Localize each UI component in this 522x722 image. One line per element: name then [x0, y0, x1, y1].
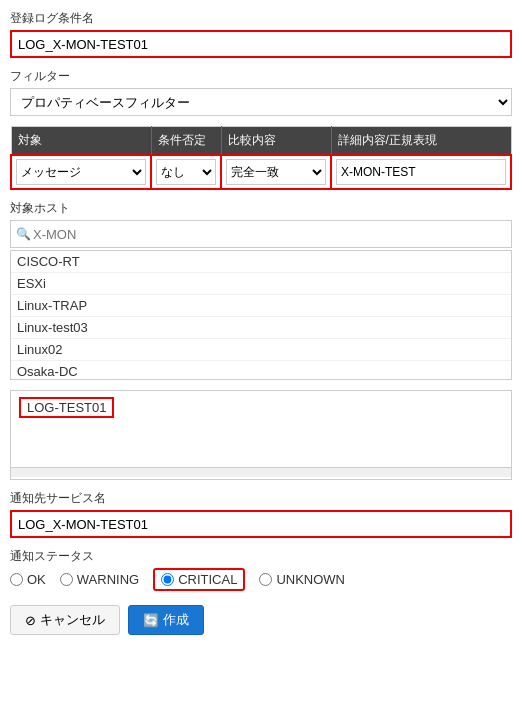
filter-negate-cell: なし あり	[151, 155, 221, 189]
notify-service-input[interactable]	[10, 510, 512, 538]
status-row: OK WARNING CRITICAL UNKNOWN	[10, 568, 512, 591]
list-item[interactable]: Linux02	[11, 339, 511, 361]
status-unknown-label[interactable]: UNKNOWN	[259, 572, 345, 587]
log-name-label: 登録ログ条件名	[10, 10, 512, 27]
status-warning-text: WARNING	[77, 572, 139, 587]
log-name-input[interactable]	[10, 30, 512, 58]
host-search-input[interactable]	[10, 220, 512, 248]
col-compare: 比較内容	[221, 127, 331, 156]
cancel-button[interactable]: ⊘ キャンセル	[10, 605, 120, 635]
list-item[interactable]: Linux-test03	[11, 317, 511, 339]
selected-hosts-area[interactable]: LOG-TEST01	[10, 390, 512, 480]
create-label: 作成	[163, 611, 189, 629]
filter-target-cell: メッセージ ホスト名 ファシリティ 重要度	[11, 155, 151, 189]
status-ok-label[interactable]: OK	[10, 572, 46, 587]
notify-status-label: 通知ステータス	[10, 548, 512, 565]
filter-select[interactable]: プロパティベースフィルター正規表現フィルター	[10, 88, 512, 116]
filter-detail-cell	[331, 155, 511, 189]
log-name-group: 登録ログ条件名	[10, 10, 512, 58]
filter-table: 対象 条件否定 比較内容 詳細内容/正規表現 メッセージ ホスト名 ファシリティ…	[10, 126, 512, 190]
status-ok-radio[interactable]	[10, 573, 23, 586]
create-button[interactable]: 🔄 作成	[128, 605, 204, 635]
create-icon: 🔄	[143, 613, 159, 628]
host-label: 対象ホスト	[10, 200, 512, 217]
list-item[interactable]: CISCO-RT	[11, 251, 511, 273]
selected-hosts-group: LOG-TEST01	[10, 390, 512, 480]
filter-compare-cell: 完全一致 部分一致 前方一致 後方一致	[221, 155, 331, 189]
button-row: ⊘ キャンセル 🔄 作成	[10, 605, 512, 635]
status-warning-radio[interactable]	[60, 573, 73, 586]
list-item[interactable]: Linux-TRAP	[11, 295, 511, 317]
status-critical-text: CRITICAL	[178, 572, 237, 587]
host-group: 対象ホスト 🔍 CISCO-RT ESXi Linux-TRAP Linux-t…	[10, 200, 512, 380]
cancel-icon: ⊘	[25, 613, 36, 628]
notify-status-group: 通知ステータス OK WARNING CRITICAL UNKNOWN	[10, 548, 512, 591]
host-list[interactable]: CISCO-RT ESXi Linux-TRAP Linux-test03 Li…	[10, 250, 512, 380]
status-unknown-radio[interactable]	[259, 573, 272, 586]
horizontal-scrollbar[interactable]	[11, 467, 511, 477]
filter-table-group: 対象 条件否定 比較内容 詳細内容/正規表現 メッセージ ホスト名 ファシリティ…	[10, 126, 512, 190]
status-critical-label[interactable]: CRITICAL	[153, 568, 245, 591]
filter-label: フィルター	[10, 68, 512, 85]
status-warning-label[interactable]: WARNING	[60, 572, 139, 587]
host-search-wrapper: 🔍	[10, 220, 512, 248]
status-ok-text: OK	[27, 572, 46, 587]
list-item[interactable]: Osaka-DC	[11, 361, 511, 380]
col-detail: 詳細内容/正規表現	[331, 127, 511, 156]
notify-service-label: 通知先サービス名	[10, 490, 512, 507]
notify-service-group: 通知先サービス名	[10, 490, 512, 538]
filter-group: フィルター プロパティベースフィルター正規表現フィルター	[10, 68, 512, 116]
filter-detail-input[interactable]	[336, 159, 506, 185]
status-unknown-text: UNKNOWN	[276, 572, 345, 587]
selected-host-tag: LOG-TEST01	[19, 397, 114, 418]
col-negate: 条件否定	[151, 127, 221, 156]
search-icon: 🔍	[16, 227, 31, 241]
cancel-label: キャンセル	[40, 611, 105, 629]
filter-compare-select[interactable]: 完全一致 部分一致 前方一致 後方一致	[226, 159, 326, 185]
status-critical-radio[interactable]	[161, 573, 174, 586]
filter-target-select[interactable]: メッセージ ホスト名 ファシリティ 重要度	[16, 159, 146, 185]
filter-negate-select[interactable]: なし あり	[156, 159, 216, 185]
col-target: 対象	[11, 127, 151, 156]
list-item[interactable]: ESXi	[11, 273, 511, 295]
